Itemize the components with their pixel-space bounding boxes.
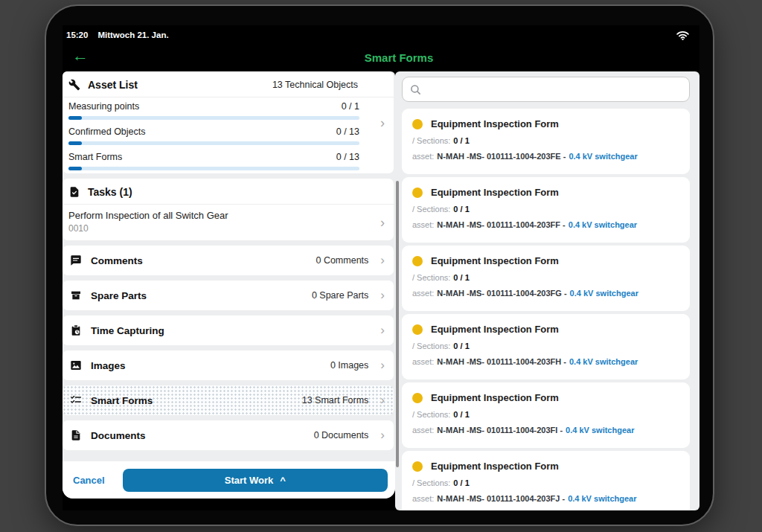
form-asset: asset:N-MAH -MS- 010111-1004-203FI -0.4 … bbox=[412, 426, 679, 435]
task-row[interactable]: Perform Inspection of all Switch Gear 00… bbox=[63, 205, 394, 240]
form-card[interactable]: Equipment Inspection Form / Sections:0 /… bbox=[402, 451, 690, 510]
chevron-right-icon: › bbox=[380, 253, 385, 268]
machine-icon bbox=[68, 79, 80, 91]
form-card[interactable]: Equipment Inspection Form / Sections:0 /… bbox=[402, 177, 690, 243]
asset-list-title: Asset List bbox=[88, 79, 138, 91]
form-title: Equipment Inspection Form bbox=[431, 461, 559, 472]
chevron-up-icon: ^ bbox=[280, 475, 286, 486]
images-icon bbox=[70, 359, 82, 371]
progress-row-smart-forms[interactable]: Smart Forms 0 / 13 bbox=[63, 148, 394, 173]
progress-bar bbox=[68, 116, 359, 120]
checklist-icon bbox=[70, 394, 82, 406]
app-header: ← Smart Forms bbox=[63, 45, 699, 71]
search-icon bbox=[410, 84, 421, 95]
progress-row-confirmed-objects[interactable]: Confirmed Objects 0 / 13 bbox=[63, 123, 394, 148]
status-time: 15:20 bbox=[66, 31, 88, 39]
asset-link[interactable]: 0.4 kV switchgear bbox=[569, 220, 637, 229]
asset-link[interactable]: 0.4 kV switchgear bbox=[566, 426, 634, 435]
menu-item-comments[interactable]: Comments 0 Comments › bbox=[63, 246, 394, 275]
form-title: Equipment Inspection Form bbox=[431, 187, 559, 198]
document-icon bbox=[70, 429, 82, 441]
time-capturing-icon bbox=[70, 324, 82, 336]
cancel-button[interactable]: Cancel bbox=[73, 475, 105, 486]
search-bar[interactable] bbox=[402, 77, 690, 102]
status-dot-icon bbox=[412, 256, 423, 266]
wifi-icon bbox=[676, 31, 689, 40]
progress-bar bbox=[68, 141, 359, 145]
form-asset: asset:N-MAH -MS- 010111-1004-203FJ -0.4 … bbox=[412, 494, 679, 503]
technical-objects-count: 13 Technical Objects bbox=[272, 80, 358, 90]
status-bar: 15:20 Mittwoch 21. Jan. bbox=[63, 25, 699, 45]
menu-item-documents[interactable]: Documents 0 Documents › bbox=[63, 420, 394, 450]
progress-row-measuring-points[interactable]: Measuring points 0 / 1 bbox=[63, 97, 394, 123]
device-screen: 15:20 Mittwoch 21. Jan. ← Smart Forms As… bbox=[63, 25, 699, 510]
asset-link[interactable]: 0.4 kV switchgear bbox=[569, 357, 638, 366]
tasks-card: Tasks (1) Perform Inspection of all Swit… bbox=[63, 179, 394, 240]
form-title: Equipment Inspection Form bbox=[431, 255, 559, 266]
form-asset: asset:N-MAH -MS- 010111-1004-203FG -0.4 … bbox=[412, 289, 679, 298]
action-bar: Cancel Start Work ^ bbox=[63, 461, 395, 499]
progress-bar bbox=[68, 167, 359, 170]
status-dot-icon bbox=[412, 119, 423, 129]
asset-list-card[interactable]: Asset List 13 Technical Objects Measurin… bbox=[63, 71, 394, 173]
status-dot-icon bbox=[412, 324, 423, 335]
status-dot-icon bbox=[412, 461, 423, 472]
asset-link[interactable]: 0.4 kV switchgear bbox=[568, 494, 636, 503]
tasks-title: Tasks (1) bbox=[88, 186, 132, 198]
spare-parts-icon bbox=[70, 289, 82, 301]
form-sections: / Sections:0 / 1 bbox=[412, 273, 679, 282]
asset-link[interactable]: 0.4 kV switchgear bbox=[570, 289, 638, 298]
form-card[interactable]: Equipment Inspection Form / Sections:0 /… bbox=[402, 382, 690, 448]
menu-item-images[interactable]: Images 0 Images › bbox=[63, 350, 394, 380]
form-asset: asset:N-MAH -MS- 010111-1004-203FF -0.4 … bbox=[412, 220, 679, 229]
comment-icon bbox=[70, 254, 82, 266]
search-input[interactable] bbox=[427, 83, 682, 96]
form-title: Equipment Inspection Form bbox=[431, 392, 559, 403]
menu-item-time-capturing[interactable]: Time Capturing › bbox=[63, 315, 394, 345]
smart-forms-panel: Equipment Inspection Form / Sections:0 /… bbox=[395, 71, 699, 510]
form-card[interactable]: Equipment Inspection Form / Sections:0 /… bbox=[402, 246, 690, 311]
chevron-right-icon: › bbox=[380, 288, 385, 303]
tablet-frame: 15:20 Mittwoch 21. Jan. ← Smart Forms As… bbox=[45, 4, 714, 526]
tasks-header: Tasks (1) bbox=[63, 179, 394, 205]
menu-item-smart-forms[interactable]: Smart Forms 13 Smart Forms › bbox=[63, 385, 394, 415]
app-body: Asset List 13 Technical Objects Measurin… bbox=[63, 71, 699, 510]
form-sections: / Sections:0 / 1 bbox=[412, 410, 679, 419]
form-sections: / Sections:0 / 1 bbox=[412, 136, 679, 145]
form-sections: / Sections:0 / 1 bbox=[412, 342, 679, 350]
chevron-right-icon: › bbox=[380, 215, 385, 231]
form-asset: asset:N-MAH -MS- 010111-1004-203FH -0.4 … bbox=[412, 357, 679, 366]
task-title: Perform Inspection of all Switch Gear bbox=[68, 210, 364, 221]
task-document-icon bbox=[68, 186, 80, 198]
chevron-right-icon[interactable]: › bbox=[380, 115, 385, 130]
form-card[interactable]: Equipment Inspection Form / Sections:0 /… bbox=[402, 109, 690, 174]
form-title: Equipment Inspection Form bbox=[431, 324, 559, 335]
status-date: Mittwoch 21. Jan. bbox=[97, 31, 168, 39]
chevron-right-icon: › bbox=[380, 393, 385, 408]
chevron-right-icon: › bbox=[380, 358, 385, 373]
form-sections: / Sections:0 / 1 bbox=[412, 478, 679, 487]
form-sections: / Sections:0 / 1 bbox=[412, 205, 679, 214]
form-title: Equipment Inspection Form bbox=[431, 118, 559, 129]
start-work-button[interactable]: Start Work ^ bbox=[123, 469, 388, 492]
form-card[interactable]: Equipment Inspection Form / Sections:0 /… bbox=[402, 314, 690, 379]
asset-link[interactable]: 0.4 kV switchgear bbox=[569, 152, 637, 161]
chevron-right-icon: › bbox=[380, 428, 385, 443]
task-number: 0010 bbox=[68, 223, 364, 234]
chevron-right-icon: › bbox=[380, 323, 385, 338]
form-asset: asset:N-MAH -MS- 010111-1004-203FE -0.4 … bbox=[412, 152, 679, 161]
work-order-panel: Asset List 13 Technical Objects Measurin… bbox=[63, 71, 395, 499]
status-dot-icon bbox=[412, 393, 423, 403]
scrollbar-thumb[interactable] bbox=[396, 181, 399, 467]
asset-list-header: Asset List 13 Technical Objects bbox=[63, 71, 394, 97]
menu-item-spare-parts[interactable]: Spare Parts 0 Spare Parts › bbox=[63, 281, 394, 310]
page-title: Smart Forms bbox=[80, 45, 699, 64]
status-dot-icon bbox=[412, 188, 423, 198]
